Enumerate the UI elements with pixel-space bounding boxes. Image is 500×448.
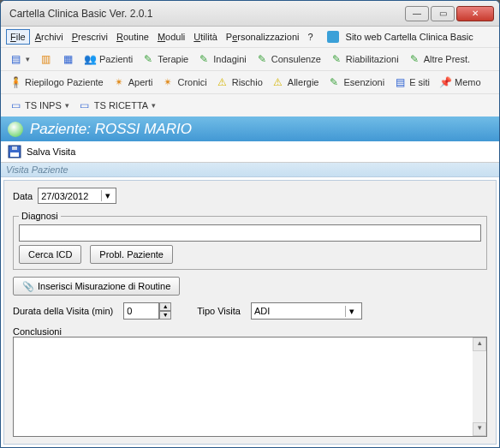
menubar: File Archivi Prescrivi Routine Moduli Ut…	[1, 27, 499, 47]
tb-allergie[interactable]: ⚠Allergie	[267, 73, 324, 92]
menu-personalizzazioni[interactable]: Personalizzazioni	[223, 30, 303, 44]
save-disk-icon	[8, 145, 21, 158]
toolbar-row-2: 🧍Riepilogo Paziente ✴Aperti ✴Cronici ⚠Ri…	[1, 70, 499, 93]
tb-riepilogo-label: Riepilogo Paziente	[25, 77, 104, 87]
tb-altre-prest[interactable]: ✎Altre Prest.	[403, 50, 474, 69]
tb-list-icon[interactable]: ▤▾	[4, 50, 34, 69]
tb-riepilogo[interactable]: 🧍Riepilogo Paziente	[4, 73, 108, 92]
toolbar-row-1: ▤▾ ▥ ▦ 👥Pazienti ✎Terapie ✎Indagini ✎Con…	[1, 47, 499, 70]
minimize-button[interactable]: —	[405, 6, 429, 21]
tipo-visita-label: Tipo Visita	[197, 306, 241, 316]
data-input[interactable]: 27/03/2012 ▾	[38, 188, 116, 204]
scroll-down-icon[interactable]: ▾	[473, 422, 486, 436]
inserisci-misurazione-label: Inserisci Misurazione di Routine	[38, 281, 170, 291]
spin-down-icon[interactable]: ▼	[159, 311, 171, 320]
durata-label: Durata della Visita (min)	[13, 306, 113, 316]
tb-riabilitazioni-label: Riabilitazioni	[346, 54, 399, 64]
titlebar[interactable]: Cartella Clinica Basic Ver. 2.0.1 — ▭ ✕	[1, 1, 499, 27]
tb-aperti[interactable]: ✴Aperti	[108, 73, 158, 92]
menu-help[interactable]: ?	[304, 30, 316, 44]
tb-ts-ricetta-label: TS RICETTA	[94, 100, 148, 111]
scroll-up-icon[interactable]: ▴	[473, 337, 486, 351]
diagnosi-legend: Diagnosi	[19, 211, 61, 221]
svg-rect-2	[12, 146, 17, 150]
patient-prefix: Paziente:	[30, 121, 91, 137]
tb-pazienti[interactable]: 👥Pazienti	[79, 50, 137, 69]
menu-archivi[interactable]: Archivi	[32, 30, 67, 44]
tb-memo[interactable]: 📌Memo	[434, 73, 485, 92]
tb-esiti[interactable]: ▤E siti	[389, 73, 434, 92]
tb-consulenze[interactable]: ✎Consulenze	[251, 50, 325, 69]
cerca-icd-button[interactable]: Cerca ICD	[19, 245, 81, 264]
tb-riabilitazioni[interactable]: ✎Riabilitazioni	[325, 50, 403, 69]
tb-terapie-label: Terapie	[158, 54, 188, 64]
tb-altre-prest-label: Altre Prest.	[424, 54, 470, 64]
chevron-down-icon[interactable]: ▾	[345, 306, 359, 317]
menu-utilita[interactable]: Utilità	[190, 30, 221, 44]
durata-stepper[interactable]: ▲ ▼	[123, 302, 171, 320]
tipo-visita-select[interactable]: ADI ▾	[251, 302, 362, 320]
diagnosi-input[interactable]	[19, 224, 481, 242]
tb-cronici-label: Cronici	[177, 77, 206, 87]
patient-banner: Paziente: ROSSI MARIO	[1, 116, 499, 141]
spin-up-icon[interactable]: ▲	[159, 302, 171, 311]
probl-paziente-button[interactable]: Probl. Paziente	[90, 245, 173, 264]
tb-aperti-label: Aperti	[128, 77, 153, 87]
patient-name: ROSSI MARIO	[95, 121, 192, 137]
menu-moduli[interactable]: Moduli	[154, 30, 188, 44]
scrollbar[interactable]: ▴ ▾	[473, 337, 486, 436]
tb-rischio-label: Rischio	[232, 77, 263, 87]
tipo-visita-value: ADI	[254, 306, 270, 316]
chevron-down-icon[interactable]: ▾	[101, 190, 113, 201]
tb-ts-inps[interactable]: ▭TS INPS▾	[4, 96, 74, 115]
tb-esiti-label: E siti	[409, 77, 430, 87]
menu-prescrivi[interactable]: Prescrivi	[68, 30, 111, 44]
tb-esenzioni-label: Esenzioni	[343, 77, 384, 87]
attach-icon: 📎	[22, 281, 34, 292]
close-button[interactable]: ✕	[456, 6, 494, 21]
save-bar: Salva Visita	[1, 141, 499, 163]
inserisci-misurazione-button[interactable]: 📎 Inserisci Misurazione di Routine	[13, 277, 180, 296]
tb-cronici[interactable]: ✴Cronici	[157, 73, 211, 92]
svg-rect-1	[10, 152, 19, 157]
tb-rischio[interactable]: ⚠Rischio	[211, 73, 267, 92]
section-header-visita: Visita Paziente	[1, 163, 499, 177]
maximize-button[interactable]: ▭	[431, 6, 455, 21]
menu-sitoweb[interactable]: Sito web Cartella Clinica Basic	[342, 30, 477, 44]
toolbar-row-3: ▭TS INPS▾ ▭TS RICETTA▾	[1, 93, 499, 116]
tb-form-icon[interactable]: ▥	[34, 50, 57, 69]
data-value: 27/03/2012	[41, 191, 88, 201]
tb-pazienti-label: Pazienti	[99, 54, 133, 64]
web-icon	[327, 31, 339, 43]
tb-ts-ricetta[interactable]: ▭TS RICETTA▾	[74, 96, 160, 115]
tb-terapie[interactable]: ✎Terapie	[137, 50, 193, 69]
tb-memo-label: Memo	[455, 77, 481, 87]
diagnosi-fieldset: Diagnosi Cerca ICD Probl. Paziente	[13, 211, 487, 270]
form-area: Data 27/03/2012 ▾ Diagnosi Cerca ICD Pro…	[3, 180, 497, 445]
tb-cal-icon[interactable]: ▦	[57, 50, 79, 69]
tb-ts-inps-label: TS INPS	[25, 100, 62, 111]
save-label[interactable]: Salva Visita	[27, 146, 75, 157]
tb-indagini-label: Indagini	[213, 54, 247, 64]
patient-silhouette-icon	[8, 122, 23, 137]
tb-allergie-label: Allergie	[288, 77, 319, 87]
tb-consulenze-label: Consulenze	[271, 54, 321, 64]
window-title: Cartella Clinica Basic Ver. 2.0.1	[6, 8, 405, 20]
conclusioni-textarea[interactable]	[14, 337, 473, 436]
durata-input[interactable]	[123, 302, 159, 320]
menu-routine[interactable]: Routine	[113, 30, 152, 44]
conclusioni-label: Conclusioni	[13, 326, 487, 337]
tb-esenzioni[interactable]: ✎Esenzioni	[323, 73, 389, 92]
tb-indagini[interactable]: ✎Indagini	[193, 50, 251, 69]
menu-file[interactable]: File	[6, 29, 30, 45]
data-label: Data	[13, 191, 33, 201]
